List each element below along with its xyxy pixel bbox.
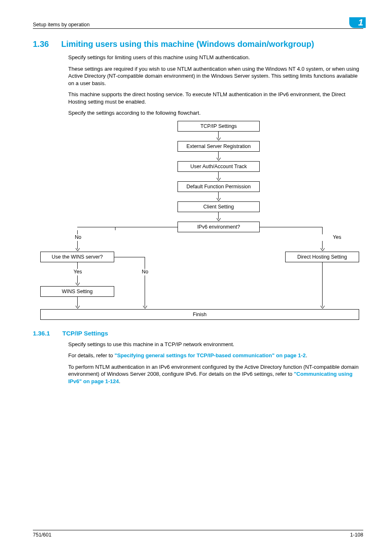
fc-winsq: Use the WINS server? bbox=[40, 252, 114, 262]
fc-no2: No bbox=[141, 269, 149, 275]
running-head: Setup items by operation 1 bbox=[33, 17, 363, 29]
subsection-body: Specify settings to use this machine in … bbox=[68, 341, 364, 385]
sec-p3-b: . bbox=[119, 378, 120, 384]
sec-p2-b: . bbox=[306, 352, 307, 358]
fc-ipv6q: IPv6 environment? bbox=[178, 222, 260, 232]
intro-p3: This machine supports the direct hosting… bbox=[68, 91, 364, 105]
footer-right: 1-108 bbox=[350, 532, 363, 538]
intro-p4: Specify the settings according to the fo… bbox=[68, 109, 364, 117]
sec-p2-a: For details, refer to bbox=[68, 352, 115, 358]
page: Setup items by operation 1 1.36 Limiting… bbox=[0, 0, 392, 555]
fc-yes2: Yes bbox=[73, 269, 83, 275]
fc-defperm: Default Function Permission bbox=[178, 181, 260, 192]
chapter-tab: 1 bbox=[349, 17, 366, 28]
flowchart: TCP/IP Settings External Server Registra… bbox=[33, 121, 365, 322]
section-heading: 1.36 Limiting users using this machine (… bbox=[33, 39, 363, 49]
subsection-number: 1.36.1 bbox=[33, 330, 50, 337]
section-number: 1.36 bbox=[33, 39, 49, 49]
link-tcpip-settings[interactable]: "Specifying general settings for TCP/IP-… bbox=[115, 352, 306, 358]
fc-no: No bbox=[74, 234, 82, 240]
fc-finish: Finish bbox=[40, 309, 359, 320]
fc-yes: Yes bbox=[332, 234, 342, 240]
fc-client: Client Setting bbox=[178, 201, 260, 212]
sec-p2: For details, refer to "Specifying genera… bbox=[68, 352, 364, 359]
intro-p1: Specify settings for limiting users of t… bbox=[68, 54, 364, 61]
fc-userauth: User Auth/Account Track bbox=[178, 161, 260, 172]
subsection-heading: 1.36.1 TCP/IP Settings bbox=[33, 330, 363, 337]
intro-p2: These settings are required if you wish … bbox=[68, 65, 364, 87]
sec-p1: Specify settings to use this machine in … bbox=[68, 341, 364, 348]
sec-p3: To perform NTLM authentication in an IPv… bbox=[68, 363, 364, 385]
fc-extsrv: External Server Registration bbox=[178, 141, 260, 152]
fc-tcpip: TCP/IP Settings bbox=[178, 121, 260, 132]
subsection-title: TCP/IP Settings bbox=[62, 330, 108, 337]
fc-winsset: WINS Setting bbox=[40, 286, 114, 297]
section-title: Limiting users using this machine (Windo… bbox=[61, 39, 314, 49]
page-footer: 751/601 1-108 bbox=[33, 530, 363, 538]
intro-block: Specify settings for limiting users of t… bbox=[68, 54, 364, 117]
fc-directh: Direct Hosting Setting bbox=[285, 252, 359, 262]
footer-left: 751/601 bbox=[33, 532, 51, 538]
running-head-text: Setup items by operation bbox=[33, 22, 90, 28]
